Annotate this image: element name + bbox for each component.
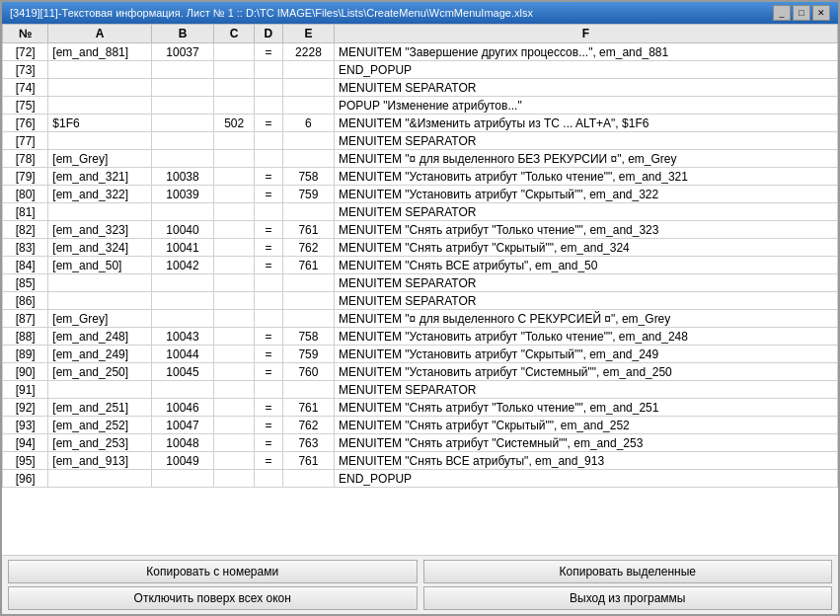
cell-no: [92] xyxy=(3,399,48,417)
table-row[interactable]: [79][em_and_321]10038=758MENUITEM "Устан… xyxy=(3,168,838,186)
cell-f: MENUITEM "¤ для выделенного С РЕКУРСИЕЙ … xyxy=(335,310,838,328)
button-row-1: Копировать с номерами Копировать выделен… xyxy=(8,560,832,583)
close-button[interactable]: ✕ xyxy=(812,5,830,21)
cell-c xyxy=(214,452,255,470)
table-row[interactable]: [73]END_POPUP xyxy=(3,61,838,79)
table-row[interactable]: [86]MENUITEM SEPARATOR xyxy=(3,292,838,310)
cell-b xyxy=(151,79,214,97)
cell-no: [90] xyxy=(3,363,48,381)
cell-e: 761 xyxy=(282,221,334,239)
cell-e xyxy=(282,292,334,310)
table-row[interactable]: [84][em_and_50]10042=761MENUITEM "Снять … xyxy=(3,257,838,274)
cell-d: = xyxy=(254,43,282,61)
cell-a: [em_Grey] xyxy=(48,310,151,328)
detach-above-button[interactable]: Отключить поверх всех окон xyxy=(8,586,418,610)
cell-c xyxy=(214,434,255,452)
cell-d: = xyxy=(254,417,282,434)
cell-f: MENUITEM SEPARATOR xyxy=(335,79,838,97)
cell-c xyxy=(214,381,255,399)
maximize-button[interactable]: □ xyxy=(793,5,810,21)
cell-f: MENUITEM "Снять ВСЕ атрибуты", em_and_91… xyxy=(335,452,838,470)
cell-no: [77] xyxy=(3,132,48,150)
bottom-buttons: Копировать с номерами Копировать выделен… xyxy=(2,555,838,614)
cell-f: MENUITEM "Снять атрибут "Только чтение""… xyxy=(335,221,838,239)
cell-c xyxy=(214,150,255,168)
minimize-button[interactable]: _ xyxy=(773,5,791,21)
table-row[interactable]: [95][em_and_913]10049=761MENUITEM "Снять… xyxy=(3,452,838,470)
cell-no: [96] xyxy=(3,470,48,488)
table-row[interactable]: [90][em_and_250]10045=760MENUITEM "Устан… xyxy=(3,363,838,381)
table-row[interactable]: [83][em_and_324]10041=762MENUITEM "Снять… xyxy=(3,239,838,257)
cell-b xyxy=(151,292,214,310)
table-row[interactable]: [89][em_and_249]10044=759MENUITEM "Устан… xyxy=(3,346,838,363)
cell-b: 10043 xyxy=(151,328,214,346)
window-controls: _ □ ✕ xyxy=(773,5,830,21)
cell-a: [em_and_248] xyxy=(48,328,151,346)
header-a: A xyxy=(48,25,151,43)
cell-c xyxy=(214,203,255,221)
cell-e xyxy=(282,79,334,97)
table-row[interactable]: [82][em_and_323]10040=761MENUITEM "Снять… xyxy=(3,221,838,239)
cell-no: [74] xyxy=(3,79,48,97)
table-row[interactable]: [76]$1F6502=6MENUITEM "&Изменить атрибут… xyxy=(3,115,838,132)
cell-f: MENUITEM "&Изменить атрибуты из TC ... A… xyxy=(335,115,838,132)
table-row[interactable]: [72][em_and_881]10037=2228MENUITEM "Заве… xyxy=(3,43,838,61)
table-row[interactable]: [74]MENUITEM SEPARATOR xyxy=(3,79,838,97)
copy-with-numbers-button[interactable]: Копировать с номерами xyxy=(8,560,418,583)
copy-selected-button[interactable]: Копировать выделенные xyxy=(423,560,833,583)
table-row[interactable]: [92][em_and_251]10046=761MENUITEM "Снять… xyxy=(3,399,838,417)
cell-c xyxy=(214,363,255,381)
table-row[interactable]: [81]MENUITEM SEPARATOR xyxy=(3,203,838,221)
cell-b xyxy=(151,310,214,328)
cell-a: [em_and_913] xyxy=(48,452,151,470)
cell-a: [em_and_250] xyxy=(48,363,151,381)
cell-f: MENUITEM "Завершение других процессов...… xyxy=(335,43,838,61)
cell-no: [91] xyxy=(3,381,48,399)
table-row[interactable]: [88][em_and_248]10043=758MENUITEM "Устан… xyxy=(3,328,838,346)
cell-a xyxy=(48,132,151,150)
table-row[interactable]: [93][em_and_252]10047=762MENUITEM "Снять… xyxy=(3,417,838,434)
cell-a: [em_Grey] xyxy=(48,150,151,168)
header-d: D xyxy=(254,25,282,43)
cell-c xyxy=(214,257,255,274)
cell-no: [94] xyxy=(3,434,48,452)
header-f: F xyxy=(335,25,838,43)
table-scroll[interactable]: № A B C D E F [72][em_and_881]10037=2228… xyxy=(2,24,838,555)
cell-e xyxy=(282,150,334,168)
cell-e xyxy=(282,310,334,328)
table-row[interactable]: [96]END_POPUP xyxy=(3,470,838,488)
cell-f: POPUP "Изменение атрибутов..." xyxy=(335,97,838,115)
cell-d: = xyxy=(254,328,282,346)
button-row-2: Отключить поверх всех окон Выход из прог… xyxy=(8,586,832,610)
cell-d: = xyxy=(254,168,282,186)
exit-button[interactable]: Выход из программы xyxy=(423,586,833,610)
table-row[interactable]: [77]MENUITEM SEPARATOR xyxy=(3,132,838,150)
cell-c xyxy=(214,132,255,150)
cell-e: 761 xyxy=(282,257,334,274)
cell-a xyxy=(48,61,151,79)
cell-no: [75] xyxy=(3,97,48,115)
cell-a xyxy=(48,203,151,221)
cell-f: MENUITEM SEPARATOR xyxy=(335,274,838,292)
cell-b xyxy=(151,61,214,79)
cell-f: MENUITEM "Установить атрибут "Скрытый"",… xyxy=(335,186,838,203)
cell-a: [em_and_252] xyxy=(48,417,151,434)
table-row[interactable]: [80][em_and_322]10039=759MENUITEM "Устан… xyxy=(3,186,838,203)
cell-a xyxy=(48,274,151,292)
window-title: [3419][11]-Текстовая информация. Лист № … xyxy=(10,7,773,19)
table-row[interactable]: [91]MENUITEM SEPARATOR xyxy=(3,381,838,399)
cell-no: [80] xyxy=(3,186,48,203)
cell-a: [em_and_881] xyxy=(48,43,151,61)
cell-e xyxy=(282,132,334,150)
table-row[interactable]: [75]POPUP "Изменение атрибутов..." xyxy=(3,97,838,115)
cell-b xyxy=(151,150,214,168)
table-row[interactable]: [87][em_Grey]MENUITEM "¤ для выделенного… xyxy=(3,310,838,328)
cell-d xyxy=(254,150,282,168)
table-area: № A B C D E F [72][em_and_881]10037=2228… xyxy=(2,24,838,555)
table-row[interactable]: [85]MENUITEM SEPARATOR xyxy=(3,274,838,292)
table-row[interactable]: [78][em_Grey]MENUITEM "¤ для выделенного… xyxy=(3,150,838,168)
cell-f: MENUITEM "Установить атрибут "Только чте… xyxy=(335,328,838,346)
table-row[interactable]: [94][em_and_253]10048=763MENUITEM "Снять… xyxy=(3,434,838,452)
cell-d: = xyxy=(254,434,282,452)
cell-b: 10037 xyxy=(151,43,214,61)
